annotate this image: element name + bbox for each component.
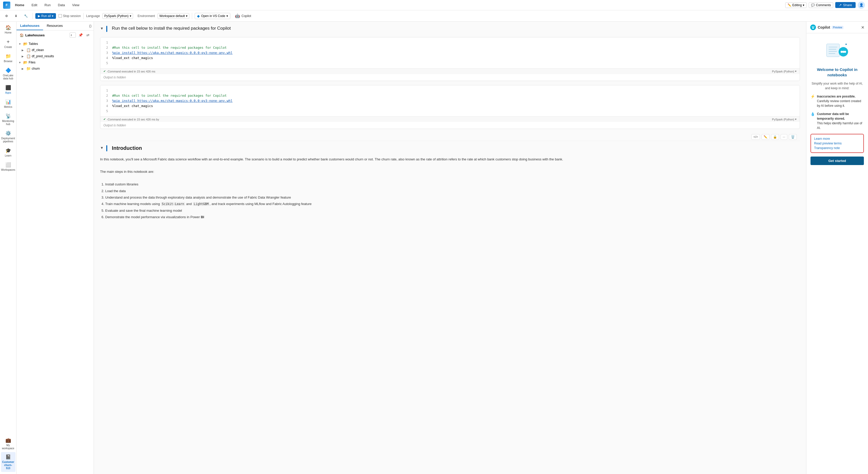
sidebar-item-home[interactable]: 🏠 Home	[1, 23, 16, 36]
inaccuracies-detail: Carefully review content created by AI b…	[817, 99, 861, 107]
open-vscode-button[interactable]: ◆ Open in VS Code ▾	[195, 13, 230, 19]
nav-tab-run[interactable]: Run	[42, 2, 53, 8]
settings-gear-button[interactable]: 🔧	[22, 13, 30, 19]
learn-more-link[interactable]: Learn more	[814, 137, 860, 140]
svg-point-1	[812, 26, 813, 27]
copilot-panel-title: Copilot	[818, 25, 830, 29]
sidebar-label-browse: Browse	[4, 60, 12, 63]
nav-tab-edit[interactable]: Edit	[29, 2, 40, 8]
nav-tab-data[interactable]: Data	[55, 2, 67, 8]
code-area-1[interactable]: 1 2#Run this cell to install the require…	[100, 37, 800, 68]
sidebar-item-my-workspace[interactable]: 💼 My workspace	[1, 435, 16, 452]
copilot-panel-body: ✦ Welcome to Copilot in notebooks Simpli…	[806, 33, 868, 474]
collapse-panel-button[interactable]: ⟨⟩	[88, 22, 93, 30]
refresh-button[interactable]: ⇄	[85, 32, 91, 38]
step-5: Evaluate and save the final machine lear…	[105, 208, 800, 214]
status-check-icon: ✔	[103, 70, 106, 73]
comments-button[interactable]: 💬 Comments	[809, 2, 833, 8]
sidebar-item-workspaces[interactable]: ⬜ Workspaces	[1, 160, 16, 173]
sidebar-item-learn[interactable]: 🎓 Learn	[1, 146, 16, 159]
sidebar-label-home: Home	[5, 31, 11, 34]
chevron-down-icon: ▼	[19, 42, 22, 45]
sidebar-item-monitoring[interactable]: 📡 Monitoring hub	[1, 111, 16, 128]
metrics-icon: 📊	[5, 99, 11, 105]
code-area-2[interactable]: 1 2#Run this cell to install the require…	[100, 85, 800, 116]
step-1: Install custom libraries	[105, 181, 800, 187]
tree-item-files[interactable]: ▼ 📂 Files	[17, 59, 94, 65]
cell1-lang[interactable]: PySpark (Python) ▾	[772, 70, 797, 73]
pin-button[interactable]: 📌	[78, 32, 84, 38]
step-4: Train machine learning models using Scik…	[105, 201, 800, 207]
svg-point-2	[813, 26, 814, 27]
app-icon: F	[3, 2, 10, 9]
table-icon-2: 📋	[26, 54, 31, 58]
tree-item-df-pred-results[interactable]: ▶ 📋 df_pred_results	[17, 53, 94, 59]
more-options-button[interactable]: ···	[781, 134, 787, 140]
language-selector[interactable]: PySpark (Python) ▾	[102, 13, 133, 19]
sidebar-item-metrics[interactable]: 📊 Metrics	[1, 97, 16, 110]
files-label: Files	[29, 61, 92, 64]
read-preview-terms-link[interactable]: Read preview terms	[814, 141, 860, 145]
comments-label: Comments	[816, 3, 831, 7]
svg-point-12	[844, 51, 846, 53]
intro-text-1: In this notebook, you'll see a Microsoft…	[100, 157, 800, 162]
transparency-note-link[interactable]: Transparency note	[814, 146, 860, 150]
download-button[interactable]: ⬇	[12, 13, 19, 19]
get-started-button[interactable]: Get started	[810, 157, 864, 165]
sidebar-label-apps: Apps	[5, 91, 11, 94]
search-input[interactable]	[70, 32, 76, 38]
copilot-info-item-1: ⚡ Inaccuracies are possible. Carefully r…	[810, 94, 864, 108]
sidebar-item-apps[interactable]: ⬛ Apps	[1, 83, 16, 96]
cell-floating-toolbar: </> ✏️ 🔒 ··· 🗑️	[100, 133, 800, 141]
editing-button[interactable]: ✏️ Editing ▾	[785, 2, 807, 8]
sidebar-item-onelake[interactable]: 🔷 OneLake data hub	[1, 65, 16, 82]
nav-tab-home[interactable]: Home	[12, 2, 27, 8]
chevron-down-icon-2: ▼	[19, 61, 22, 64]
section-bar-1	[106, 26, 107, 32]
copilot-close-button[interactable]: ✕	[861, 25, 864, 30]
user-avatar[interactable]: 👤	[858, 2, 865, 9]
my-workspace-icon: 💼	[5, 437, 11, 443]
tree-item-tables[interactable]: ▼ 📂 Tables	[17, 41, 94, 47]
sidebar-label-metrics: Metrics	[4, 105, 12, 108]
sidebar-item-customer-churn[interactable]: 📓 Customer churn-513	[1, 452, 16, 472]
sidebar-item-deployment[interactable]: ⚙️ Deployment pipelines	[1, 128, 16, 145]
copilot-info-item-2: 💧 Customer data will be temporarily stor…	[810, 112, 864, 130]
monitoring-icon: 📡	[5, 113, 11, 119]
environment-selector[interactable]: Workspace default ▾	[158, 13, 189, 19]
run-all-button[interactable]: ▶ Run all ▾	[35, 13, 56, 19]
tree-item-churn[interactable]: ▶ 📁 churn	[17, 65, 94, 72]
share-button[interactable]: ↗ Share	[835, 2, 856, 8]
customer-data-text: Customer data will be temporarily stored…	[817, 112, 864, 130]
tree-item-df-clean[interactable]: ▶ 📋 df_clean	[17, 47, 94, 53]
tab-resources[interactable]: Resources	[43, 22, 66, 30]
cell2-status-text: -Command executed in 15 sec 426 ms by	[107, 118, 159, 121]
language-label: Language	[86, 14, 100, 18]
edit-cell-button[interactable]: ✏️	[762, 134, 770, 140]
code-view-button[interactable]: </>	[751, 134, 760, 140]
inaccuracies-text: Inaccuracies are possible. Carefully rev…	[817, 94, 864, 108]
code-cell-1: 1 2#Run this cell to install the require…	[100, 37, 800, 81]
status-check-icon-2: ✔	[103, 118, 106, 121]
stop-session-button[interactable]: Stop session	[59, 14, 81, 18]
copilot-logo-icon	[810, 24, 816, 30]
cell1-lang-chevron: ▾	[795, 70, 797, 73]
lock-cell-button[interactable]: 🔒	[771, 134, 779, 140]
editing-label: Editing	[793, 3, 802, 7]
delete-cell-button[interactable]: 🗑️	[789, 134, 797, 140]
copilot-toolbar-button[interactable]: 🤖 Copilot	[233, 13, 253, 19]
cell1-footer: ✔ -Command executed in 15 sec 426 ms PyS…	[100, 68, 800, 74]
file-panel-header: 🏠 Lakehouses 📌 ⇄	[17, 30, 94, 40]
sidebar-item-browse[interactable]: 📁 Browse	[1, 51, 16, 65]
notebook-toolbar: ⚙ ⬇ 🔧 ▶ Run all ▾ Stop session Language …	[0, 10, 868, 22]
collapse-section1-button[interactable]: ▼	[100, 26, 104, 30]
cell2-lang[interactable]: PySpark (Python) ▾	[772, 118, 797, 121]
collapse-section2-button[interactable]: ▼	[100, 146, 104, 150]
nav-tab-view[interactable]: View	[70, 2, 82, 8]
chevron-right-icon: ▶	[22, 49, 25, 52]
top-navigation: F Home Edit Run Data View ✏️ Editing ▾ 💬…	[0, 0, 868, 10]
chevron-down-icon: ▾	[803, 3, 804, 7]
sidebar-item-create[interactable]: + Create	[1, 37, 16, 51]
notebook-settings-button[interactable]: ⚙	[3, 13, 10, 19]
tab-lakehouses[interactable]: Lakehouses	[17, 22, 43, 30]
